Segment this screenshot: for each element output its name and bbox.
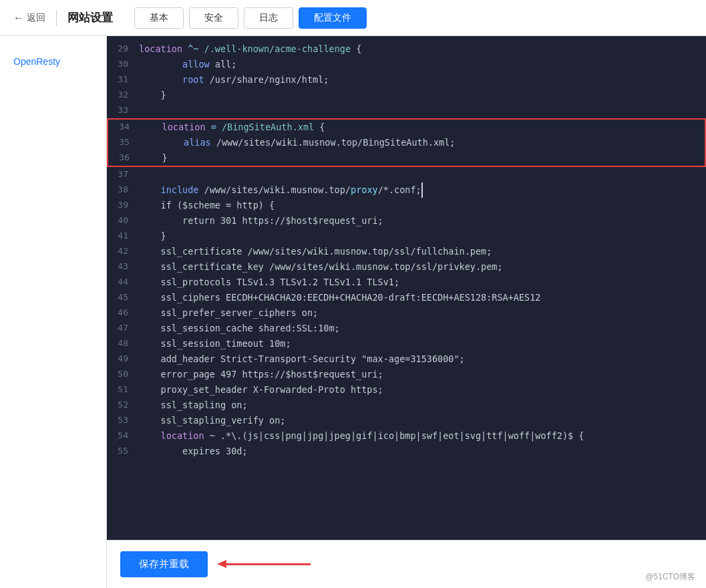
line-content: expires 30d;	[139, 444, 706, 459]
highlighted-block: 34 location = /BingSiteAuth.xml { 35 ali…	[107, 118, 706, 167]
line-content: ssl_ciphers EECDH+CHACHA20:EECDH+CHACHA2…	[139, 290, 706, 305]
line-number: 35	[108, 135, 140, 150]
line-content: }	[140, 150, 705, 166]
watermark: @51CTO博客	[645, 571, 695, 583]
sidebar-item-openresty[interactable]: OpenResty	[0, 49, 106, 74]
code-line: 34 location = /BingSiteAuth.xml {	[108, 120, 705, 135]
line-number: 47	[107, 321, 139, 335]
code-line: 42 ssl_certificate /www/sites/wiki.musno…	[107, 244, 706, 259]
line-content: ssl_session_cache shared:SSL:10m;	[139, 321, 706, 336]
code-editor[interactable]: 29 location ^~ /.well-known/acme-challen…	[107, 36, 706, 540]
tab-security[interactable]: 安全	[189, 7, 238, 29]
line-number: 54	[107, 428, 139, 443]
line-number: 36	[108, 150, 140, 165]
code-line: 37	[107, 167, 706, 182]
code-line: 40 return 301 https://$host$request_uri;	[107, 213, 706, 229]
line-content: location ^~ /.well-known/acme-challenge …	[139, 41, 706, 57]
code-line: 32 }	[107, 88, 706, 103]
line-content: error_page 497 https://$host$request_uri…	[139, 367, 706, 382]
code-area: 29 location ^~ /.well-known/acme-challen…	[107, 36, 706, 540]
code-line: 43 ssl_certificate_key /www/sites/wiki.m…	[107, 259, 706, 275]
code-line: 49 add_header Strict-Transport-Security …	[107, 351, 706, 367]
line-number: 52	[107, 398, 139, 412]
line-number: 33	[107, 103, 139, 118]
code-line: 29 location ^~ /.well-known/acme-challen…	[107, 41, 706, 57]
code-line: 53 ssl_stapling_verify on;	[107, 413, 706, 428]
code-line: 48 ssl_session_timeout 10m;	[107, 336, 706, 351]
sidebar: OpenResty	[0, 36, 107, 588]
code-line: 55 expires 30d;	[107, 444, 706, 459]
line-number: 49	[107, 351, 139, 366]
line-number: 34	[108, 120, 140, 134]
line-content: ssl_prefer_server_ciphers on;	[139, 305, 706, 321]
code-line: 45 ssl_ciphers EECDH+CHACHA20:EECDH+CHAC…	[107, 290, 706, 305]
tab-group: 基本 安全 日志 配置文件	[134, 7, 367, 29]
header-divider	[56, 10, 57, 26]
code-line: 44 ssl_protocols TLSv1.3 TLSv1.2 TLSv1.1…	[107, 275, 706, 290]
main-layout: OpenResty 29 location ^~ /.well-known/ac…	[0, 36, 706, 588]
line-content: ssl_certificate /www/sites/wiki.musnow.t…	[139, 244, 706, 259]
line-content: location ~ .*\.(js|css|png|jpg|jpeg|gif|…	[139, 428, 706, 444]
line-number: 44	[107, 275, 139, 289]
line-content: }	[139, 88, 706, 103]
code-line: 38 include /www/sites/wiki.musnow.top/pr…	[107, 182, 706, 198]
code-line: 47 ssl_session_cache shared:SSL:10m;	[107, 321, 706, 336]
line-number: 55	[107, 444, 139, 458]
back-label: 返回	[27, 12, 45, 24]
line-content: add_header Strict-Transport-Security "ma…	[139, 351, 706, 367]
line-content: ssl_protocols TLSv1.3 TLSv1.2 TLSv1.1 TL…	[139, 275, 706, 290]
arrow-line	[224, 563, 311, 565]
line-number: 40	[107, 213, 139, 228]
line-number: 42	[107, 244, 139, 259]
line-number: 46	[107, 305, 139, 320]
code-line: 35 alias /www/sites/wiki.musnow.top/Bing…	[108, 135, 705, 150]
code-line: 39 if ($scheme = http) {	[107, 198, 706, 213]
line-content: allow all;	[139, 57, 706, 72]
line-number: 37	[107, 167, 139, 182]
tab-config[interactable]: 配置文件	[299, 7, 367, 29]
line-content: if ($scheme = http) {	[139, 198, 706, 213]
line-number: 39	[107, 198, 139, 212]
line-content: ssl_stapling on;	[139, 398, 706, 413]
bottom-bar: 保存并重载 @51CTO博客	[107, 540, 706, 588]
line-number: 31	[107, 72, 139, 87]
line-content: return 301 https://$host$request_uri;	[139, 213, 706, 229]
line-content: ssl_session_timeout 10m;	[139, 336, 706, 351]
line-number: 45	[107, 290, 139, 305]
line-content: proxy_set_header X-Forwarded-Proto https…	[139, 382, 706, 398]
line-content: }	[139, 229, 706, 244]
line-number: 30	[107, 57, 139, 71]
line-number: 38	[107, 182, 139, 197]
line-number: 29	[107, 41, 139, 56]
line-number: 53	[107, 413, 139, 428]
line-number: 51	[107, 382, 139, 397]
line-content: ssl_certificate_key /www/sites/wiki.musn…	[139, 259, 706, 275]
code-line: 41 }	[107, 229, 706, 244]
code-line: 54 location ~ .*\.(js|css|png|jpg|jpeg|g…	[107, 428, 706, 444]
code-line: 33	[107, 103, 706, 118]
line-content: include /www/sites/wiki.musnow.top/proxy…	[139, 182, 706, 198]
tab-logs[interactable]: 日志	[244, 7, 293, 29]
tab-basic[interactable]: 基本	[134, 7, 184, 29]
code-line: 31 root /usr/share/nginx/html;	[107, 72, 706, 88]
line-content: root /usr/share/nginx/html;	[139, 72, 706, 88]
line-number: 32	[107, 88, 139, 102]
code-line: 46 ssl_prefer_server_ciphers on;	[107, 305, 706, 321]
save-reload-button[interactable]: 保存并重载	[120, 551, 208, 577]
page-title: 网站设置	[67, 10, 113, 25]
line-number: 41	[107, 229, 139, 243]
code-line: 30 allow all;	[107, 57, 706, 72]
line-content: location = /BingSiteAuth.xml {	[140, 120, 705, 135]
code-line: 36 }	[108, 150, 705, 166]
line-content: ssl_stapling_verify on;	[139, 413, 706, 428]
arrow-head-left	[217, 560, 226, 568]
line-number: 43	[107, 259, 139, 274]
line-number: 48	[107, 336, 139, 351]
header: ← 返回 网站设置 基本 安全 日志 配置文件	[0, 0, 706, 36]
code-line: 51 proxy_set_header X-Forwarded-Proto ht…	[107, 382, 706, 398]
back-button[interactable]: ← 返回	[13, 12, 45, 24]
arrow-indicator	[224, 563, 311, 565]
back-arrow-icon: ←	[13, 12, 24, 24]
line-content: alias /www/sites/wiki.musnow.top/BingSit…	[140, 135, 705, 150]
code-line: 52 ssl_stapling on;	[107, 398, 706, 413]
